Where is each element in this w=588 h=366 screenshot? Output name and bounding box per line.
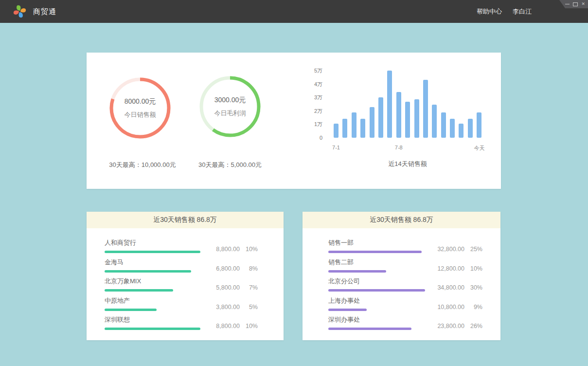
list-item-bar xyxy=(105,328,200,330)
daily-sales-bar xyxy=(334,124,339,138)
today-summary-card: 8000.00元 今日销售额 30天最高：10,000.00元 3000.00元… xyxy=(87,53,501,189)
list-item-percent: 10% xyxy=(464,265,482,272)
customer-ranking-title: 近30天销售额 86.8万 xyxy=(87,212,284,228)
list-item-value: 34,800.0030% xyxy=(426,284,482,291)
list-item-amount: 23,800.00 xyxy=(426,323,464,329)
list-item: 人和商贸行8,800.0010% xyxy=(105,239,258,253)
list-item-percent: 30% xyxy=(464,284,482,291)
daily-sales-bar xyxy=(477,112,481,138)
list-item-bar xyxy=(105,289,173,292)
header-menu: 帮助中心 李白江 xyxy=(477,0,532,23)
list-item-value: 5,800.007% xyxy=(201,284,258,291)
list-item-amount: 8,800.00 xyxy=(201,323,240,329)
list-item-value: 8,800.0010% xyxy=(201,323,258,329)
department-sales-ranking-card: 近30天销售额 86.8万 销售一部32,800.0025%销售二部12,800… xyxy=(303,212,500,340)
daily-sales-bar xyxy=(405,102,410,138)
list-item: 北京分公司34,800.0030% xyxy=(328,277,482,292)
list-item: 金海马6,800.008% xyxy=(105,258,258,273)
list-item-percent: 10% xyxy=(240,323,258,329)
minimize-icon[interactable] xyxy=(565,4,570,4)
list-item-percent: 7% xyxy=(240,284,258,291)
app-window: 商贸通 帮助中心 李白江 ✕ 8000.00元 今日销售额 30天最高：10,0… xyxy=(0,0,588,366)
customer-sales-ranking-card: 近30天销售额 86.8万 人和商贸行8,800.0010%金海马6,800.0… xyxy=(87,212,284,340)
list-item: 中原地产3,800.005% xyxy=(105,297,258,311)
daily-sales-bar xyxy=(441,112,446,138)
list-item: 深圳联想8,800.0010% xyxy=(105,316,258,330)
maximize-icon[interactable] xyxy=(573,2,578,6)
list-item-percent: 5% xyxy=(240,304,258,311)
list-item-percent: 8% xyxy=(240,265,258,272)
list-item-bar xyxy=(328,328,411,330)
list-item: 上海办事处10,800.009% xyxy=(328,297,482,311)
daily-sales-bar xyxy=(432,105,437,138)
list-item-percent: 25% xyxy=(464,246,482,253)
list-item-amount: 3,800.00 xyxy=(201,304,240,311)
y-tick-label: 0 xyxy=(320,135,322,141)
list-item-amount: 6,800.00 xyxy=(201,265,240,272)
daily-sales-bar xyxy=(450,119,455,138)
y-tick-label: 4万 xyxy=(314,80,322,88)
bar-chart-bars xyxy=(334,71,481,138)
list-item-bar xyxy=(328,270,386,273)
list-item-bar xyxy=(328,309,367,311)
list-item: 销售一部32,800.0025% xyxy=(328,239,482,253)
app-header: 商贸通 帮助中心 李白江 ✕ xyxy=(0,0,588,23)
list-item-percent: 9% xyxy=(464,304,482,311)
list-item-value: 23,800.0026% xyxy=(426,323,482,329)
list-item: 北京万象MIX5,800.007% xyxy=(105,277,258,292)
daily-sales-bar xyxy=(387,71,392,138)
list-item-bar xyxy=(105,270,191,273)
list-item-bar xyxy=(328,251,422,253)
daily-sales-bar xyxy=(468,119,473,138)
list-item-value: 8,800.0010% xyxy=(201,246,258,253)
help-center-link[interactable]: 帮助中心 xyxy=(477,7,502,16)
x-tick-label: 今天 xyxy=(474,145,484,152)
daily-sales-bar xyxy=(396,92,401,138)
y-tick-label: 1万 xyxy=(314,121,322,128)
daily-sales-bar xyxy=(414,99,419,138)
list-item-bar xyxy=(328,289,425,292)
close-icon[interactable]: ✕ xyxy=(581,2,585,6)
daily-sales-bar xyxy=(370,107,374,138)
customer-ranking-rows: 人和商贸行8,800.0010%金海马6,800.008%北京万象MIX5,80… xyxy=(87,228,284,330)
y-tick-label: 5万 xyxy=(314,67,322,74)
x-tick-label: 7-8 xyxy=(395,145,403,150)
daily-sales-bar xyxy=(378,97,383,138)
x-tick-label: 7-1 xyxy=(332,145,340,150)
list-item-amount: 32,800.00 xyxy=(426,246,464,253)
list-item-value: 3,800.005% xyxy=(201,304,258,311)
list-item-bar xyxy=(105,251,200,253)
list-item-percent: 26% xyxy=(464,323,482,329)
app-title: 商贸通 xyxy=(33,0,56,23)
list-item-value: 10,800.009% xyxy=(426,304,482,311)
list-item-value: 12,800.0010% xyxy=(426,265,482,272)
daily-sales-bar xyxy=(342,119,347,138)
bar-chart-xlabels: 7-17-8今天 xyxy=(334,145,489,151)
daily-sales-bar xyxy=(352,112,356,138)
list-item-amount: 34,800.00 xyxy=(426,284,464,291)
list-item: 深圳办事处23,800.0026% xyxy=(328,316,482,330)
list-item-amount: 10,800.00 xyxy=(426,304,464,311)
bar-chart-yticks: 5万4万3万2万1万0 xyxy=(296,71,322,138)
list-item-percent: 10% xyxy=(240,246,258,253)
list-item-bar xyxy=(105,309,157,311)
list-item-value: 32,800.0025% xyxy=(426,246,482,253)
username-link[interactable]: 李白江 xyxy=(513,7,532,16)
daily-sales-bar xyxy=(459,124,463,138)
window-controls: ✕ xyxy=(554,0,588,8)
department-ranking-title: 近30天销售额 86.8万 xyxy=(303,212,500,228)
department-ranking-rows: 销售一部32,800.0025%销售二部12,800.0010%北京分公司34,… xyxy=(303,228,500,330)
list-item-value: 6,800.008% xyxy=(201,265,258,272)
list-item-amount: 12,800.00 xyxy=(426,265,464,272)
daily-sales-bar xyxy=(360,119,365,138)
y-tick-label: 3万 xyxy=(314,94,322,101)
pinwheel-logo-icon xyxy=(13,5,26,18)
y-tick-label: 2万 xyxy=(314,107,322,114)
list-item-amount: 5,800.00 xyxy=(201,284,240,291)
sales-14day-bar-chart: 5万4万3万2万1万0 7-17-8今天 近14天销售额 xyxy=(87,53,501,189)
list-item: 销售二部12,800.0010% xyxy=(328,258,482,273)
bar-chart-title: 近14天销售额 xyxy=(334,160,481,168)
daily-sales-bar xyxy=(423,80,428,138)
list-item-amount: 8,800.00 xyxy=(201,246,240,253)
